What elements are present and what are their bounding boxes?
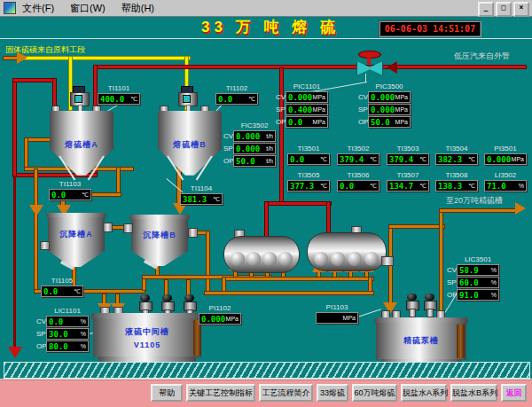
value: 382.3 xyxy=(438,155,462,164)
valve-stem xyxy=(367,55,371,64)
sp-label: SP xyxy=(358,106,368,113)
value: 0.000 xyxy=(236,145,260,153)
tag-label: LI3502 xyxy=(484,171,527,179)
vessel-port xyxy=(331,252,345,266)
app-icon xyxy=(4,2,16,14)
tag-label: TI1102 xyxy=(215,84,258,92)
value-box: 0.000MPa xyxy=(286,91,328,103)
unit: % xyxy=(81,343,86,349)
value: 0.0 xyxy=(340,182,354,191)
unit: t/h xyxy=(266,158,273,164)
menu-help[interactable]: 帮助(H) xyxy=(120,1,156,16)
value-box: 379.4℃ xyxy=(387,153,429,165)
value: 379.4 xyxy=(389,155,413,164)
value: 134.7 xyxy=(389,182,413,191)
value-box: 377.3℃ xyxy=(287,180,330,192)
value-box: 80.0% xyxy=(46,340,89,352)
melter-a-label: 熔硫槽A xyxy=(50,139,113,151)
tag-label: TI3504 xyxy=(435,145,478,153)
unit: ℃ xyxy=(82,192,89,199)
value-box: 0.0℃ xyxy=(337,180,379,192)
unit: % xyxy=(491,292,497,298)
op-label: OP xyxy=(447,291,457,299)
help-button[interactable]: 帮助 xyxy=(151,384,183,402)
cv-label: CV xyxy=(358,93,368,101)
close-button[interactable]: × xyxy=(513,2,529,17)
vessel-port xyxy=(231,252,245,266)
tag-label: TI3501 xyxy=(287,145,330,153)
vessel-port xyxy=(314,252,328,266)
vessel-port xyxy=(246,252,261,266)
vessel-port xyxy=(348,252,362,266)
valve-actuator[interactable] xyxy=(184,294,194,301)
controller-pic3500[interactable]: PIC3500 CV0.000MPa SP0.000MPa OP50.0MPa xyxy=(358,82,413,129)
unit: ℃ xyxy=(74,288,81,295)
sp-label: SP xyxy=(447,278,457,286)
value-box: 0.400MPa xyxy=(286,104,328,115)
valve-actuator[interactable] xyxy=(162,294,172,301)
key-process-indicators-button[interactable]: 关键工艺控制指标 xyxy=(186,384,255,402)
separator-line xyxy=(0,38,532,39)
pipe-segment xyxy=(264,201,332,206)
pipe-segment xyxy=(13,176,16,348)
controller-fic3502[interactable]: FIC3502 CV0.000t/h SP0.000t/h OP50.0t/h xyxy=(223,121,278,168)
tank-nozzle xyxy=(426,309,434,317)
tag-label: TI1104 xyxy=(180,184,223,192)
op-label: OP xyxy=(223,157,233,165)
value: 50.0 xyxy=(236,157,255,166)
pipe-segment xyxy=(3,56,18,60)
pipe-segment xyxy=(206,231,210,294)
display-ti3503: TI3503 379.4℃ xyxy=(387,145,429,165)
tag-label: LIC1101 xyxy=(46,307,89,315)
pipe-segment xyxy=(22,56,191,60)
cv-label: CV xyxy=(276,93,286,101)
valve-actuator[interactable] xyxy=(140,294,150,301)
display-ti1101: TI1101 400.0℃ xyxy=(98,84,140,105)
value-box: 0.0℃ xyxy=(41,286,83,297)
controller-lic3501[interactable]: LIC3501 CV58.9% SP60.0% OP91.0% xyxy=(447,255,502,301)
settler-a-label: 沉降槽A xyxy=(48,229,105,240)
motor-screen xyxy=(183,95,191,103)
menu-window[interactable]: 窗口(W) xyxy=(68,1,107,16)
minimize-button[interactable]: _ xyxy=(478,2,494,17)
op-label: OP xyxy=(36,342,46,350)
tag-label: LIC3501 xyxy=(457,255,499,263)
value-box: 382.3℃ xyxy=(435,153,478,165)
value-box: 381.3℃ xyxy=(180,193,223,205)
restore-button[interactable]: □ xyxy=(496,2,512,17)
valve-actuator[interactable] xyxy=(425,294,434,301)
flow-arrow xyxy=(387,61,397,74)
menu-file[interactable]: 文件(F) xyxy=(20,1,56,16)
value: 0.000 xyxy=(288,93,312,102)
tag-label: PI3501 xyxy=(484,145,527,153)
unit: MPa xyxy=(343,315,356,321)
value-box: 0.0MPa xyxy=(286,116,328,128)
mid-tank-body xyxy=(93,318,201,357)
settler-b-label: 沉降槽B xyxy=(131,230,188,241)
display-ti3506: TI3506 0.0℃ xyxy=(337,171,379,192)
cv-label: CV xyxy=(223,132,233,140)
controller-lic1101[interactable]: LIC1101 CV0.0% SP30.0% OP80.0% xyxy=(36,307,91,353)
valve-actuator[interactable] xyxy=(407,294,417,301)
value-box: 0.000MPa xyxy=(484,153,527,165)
melting-600k-button[interactable]: 60万吨熔硫 xyxy=(352,384,397,402)
melter-b-cone xyxy=(158,150,222,176)
value: 91.0 xyxy=(459,291,479,300)
melting-33-button[interactable]: 33熔硫 xyxy=(317,384,348,402)
leader-line xyxy=(365,74,366,82)
demin-water-b-button[interactable]: 脱盐水B系列 xyxy=(450,384,497,402)
controller-pic1101[interactable]: PIC1101 CV0.000MPa SP0.400MPa OP0.0MPa xyxy=(276,82,331,129)
value-box: 0.0℃ xyxy=(49,189,91,200)
value-box: 0.0℃ xyxy=(215,93,258,105)
process-flow-intro-button[interactable]: 工艺流程简介 xyxy=(259,384,313,402)
tank-nozzle xyxy=(409,309,416,317)
tag-label: TI1105 xyxy=(41,277,83,285)
back-button[interactable]: 返回 xyxy=(501,384,527,402)
pipe-segment xyxy=(12,78,57,82)
unit: t/h xyxy=(266,133,273,139)
demin-water-a-button[interactable]: 脱盐水A系列 xyxy=(401,384,447,402)
value-box: 71.0% xyxy=(484,180,527,192)
value: 71.0 xyxy=(487,182,506,191)
value: 400.0 xyxy=(100,95,124,104)
display-ti3501: TI3501 0.0℃ xyxy=(287,145,330,165)
